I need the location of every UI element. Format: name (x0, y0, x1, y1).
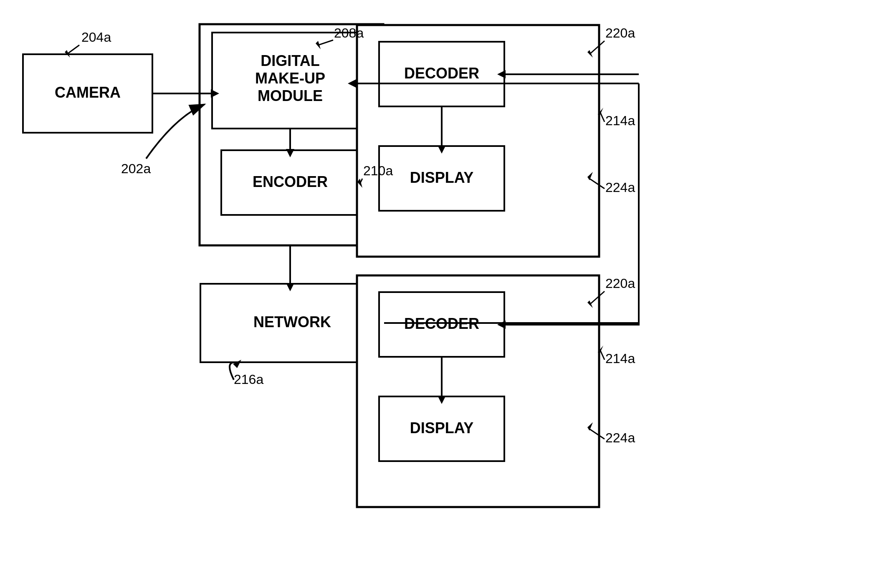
decoder-top-label: DECODER (404, 65, 479, 82)
ref-204a: 204a (81, 30, 111, 45)
encoder-label: ENCODER (253, 173, 328, 190)
ref-216a: 216a (234, 372, 263, 387)
ref-210a: 210a (363, 163, 393, 178)
diagram-container: CAMERA DIGITAL MAKE-UP MODULE ENCODER NE… (0, 0, 888, 588)
ref-220a-top: 220a (605, 25, 635, 40)
ref-214a-top: 214a (605, 113, 635, 128)
digital-makeup-label-line2: MAKE-UP (255, 70, 325, 87)
ref-224a-top: 224a (605, 180, 635, 195)
camera-label: CAMERA (55, 84, 121, 101)
display-bottom-label: DISPLAY (410, 419, 474, 437)
ref-208a: 208a (334, 25, 364, 40)
ref-202a: 202a (121, 161, 151, 176)
digital-makeup-label-line3: MODULE (258, 87, 323, 104)
ref-214a-bottom: 214a (605, 351, 635, 366)
display-top-label: DISPLAY (410, 169, 474, 186)
network-label: NETWORK (253, 313, 331, 331)
ref-220a-bottom: 220a (605, 276, 635, 291)
ref-224a-bottom: 224a (605, 430, 635, 445)
digital-makeup-label-line1: DIGITAL (261, 52, 319, 69)
